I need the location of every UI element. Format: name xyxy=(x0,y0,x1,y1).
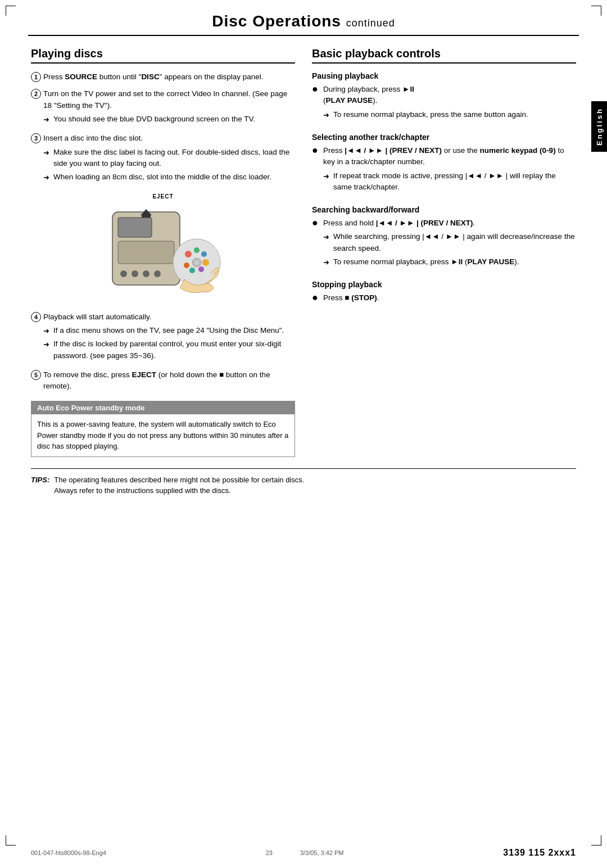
step-5-content: To remove the disc, press EJECT (or hold… xyxy=(43,369,295,392)
disc-illustration: EJECT xyxy=(101,193,225,304)
tips-section: TIPS: The operating features described h… xyxy=(31,468,576,496)
arrow-icon: ➜ xyxy=(43,114,51,125)
track-arrow-1-text: If repeat track mode is active, pressing… xyxy=(333,170,576,193)
searching-text: Press and hold |◄◄ / ►► | (PREV / NEXT).… xyxy=(323,218,576,270)
right-column: Basic playback controls Pausing playback… xyxy=(312,47,576,457)
searching-title: Searching backward/forward xyxy=(312,205,576,214)
searching-section: Searching backward/forward ● Press and h… xyxy=(312,205,576,270)
eco-power-body: This is a power-saving feature, the syst… xyxy=(31,414,295,456)
track-arrow-1: ➜ If repeat track mode is active, pressi… xyxy=(323,170,576,193)
disc-player-svg xyxy=(101,201,225,302)
footer-page-number: 23 3/3/05, 3:42 PM xyxy=(266,849,344,856)
step-1-content: Press SOURCE button until "DISC" appears… xyxy=(43,71,295,83)
step-1: 1 Press SOURCE button until "DISC" appea… xyxy=(31,71,295,83)
step-1-number: 1 xyxy=(31,72,41,82)
track-chapter-text: Press |◄◄ / ►► | (PREV / NEXT) or use th… xyxy=(323,145,576,195)
tips-line-2: Always refer to the instructions supplie… xyxy=(54,485,304,496)
searching-arrow-2: ➜ To resume normal playback, press ►II (… xyxy=(323,256,576,268)
searching-arrow-1-text: While searching, pressing |◄◄ / ►► | aga… xyxy=(333,231,576,254)
corner-mark-bl xyxy=(6,835,16,846)
svg-point-18 xyxy=(194,260,199,265)
pausing-arrow-1-text: To resume normal playback, press the sam… xyxy=(333,109,528,120)
language-side-tab: English xyxy=(591,101,607,152)
svg-point-15 xyxy=(198,266,204,272)
step-4-content: Playback will start automatically. ➜ If … xyxy=(43,311,295,364)
svg-point-5 xyxy=(143,270,150,277)
corner-mark-tl xyxy=(6,6,16,16)
page-title: Disc Operations continued xyxy=(62,12,545,30)
basic-playback-heading: Basic playback controls xyxy=(312,47,576,64)
stopping-title: Stopping playback xyxy=(312,280,576,289)
arrow-icon: ➜ xyxy=(43,172,51,183)
step-4-arrow-2-text: If the disc is locked by parental contro… xyxy=(53,338,295,361)
pausing-playback-text: During playback, press ►II(PLAY PAUSE). … xyxy=(323,84,576,123)
stopping-bullet: ● Press ■ (STOP). xyxy=(312,292,576,304)
playing-discs-heading: Playing discs xyxy=(31,47,295,64)
step-3-arrow-1: ➜ Make sure the disc label is facing out… xyxy=(43,147,295,170)
step-3-arrow-2: ➜ When loading an 8cm disc, slot into th… xyxy=(43,171,295,183)
step-3-arrow-2-text: When loading an 8cm disc, slot into the … xyxy=(53,171,271,183)
bullet-dot: ● xyxy=(312,145,321,155)
bullet-dot: ● xyxy=(312,84,321,94)
bullet-dot: ● xyxy=(312,292,321,302)
track-chapter-section: Selecting another track/chapter ● Press … xyxy=(312,133,576,195)
step-2-number: 2 xyxy=(31,89,41,99)
corner-mark-br xyxy=(591,835,601,846)
step-3-number: 3 xyxy=(31,133,41,143)
svg-point-17 xyxy=(184,263,189,268)
svg-point-14 xyxy=(202,259,209,266)
page-header: Disc Operations continued xyxy=(28,0,579,36)
pausing-playback-title: Pausing playback xyxy=(312,71,576,80)
step-5: 5 To remove the disc, press EJECT (or ho… xyxy=(31,369,295,392)
svg-rect-2 xyxy=(118,241,174,264)
disc-illustration-area: EJECT xyxy=(31,193,295,304)
arrow-icon: ➜ xyxy=(43,326,51,337)
svg-point-3 xyxy=(120,270,127,277)
track-chapter-title: Selecting another track/chapter xyxy=(312,133,576,142)
searching-arrow-1: ➜ While searching, pressing |◄◄ / ►► | a… xyxy=(323,231,576,254)
track-chapter-bullet: ● Press |◄◄ / ►► | (PREV / NEXT) or use … xyxy=(312,145,576,195)
eco-power-title: Auto Eco Power standby mode xyxy=(31,401,295,414)
step-3-arrow-1-text: Make sure the disc label is facing out. … xyxy=(53,147,295,170)
svg-point-12 xyxy=(194,247,200,253)
arrow-icon: ➜ xyxy=(323,232,331,243)
step-4: 4 Playback will start automatically. ➜ I… xyxy=(31,311,295,364)
svg-point-11 xyxy=(185,251,192,257)
footer-left: 001-047-hts8000s-98-Eng4 xyxy=(31,849,106,856)
step-5-number: 5 xyxy=(31,370,41,380)
left-column: Playing discs 1 Press SOURCE button unti… xyxy=(31,47,295,457)
step-2-arrow-1-text: You should see the blue DVD background s… xyxy=(53,114,255,125)
pausing-arrow-1: ➜ To resume normal playback, press the s… xyxy=(323,109,576,121)
pausing-playback-bullet: ● During playback, press ►II(PLAY PAUSE)… xyxy=(312,84,576,123)
svg-rect-8 xyxy=(142,215,151,218)
arrow-icon: ➜ xyxy=(323,257,331,268)
main-content: Playing discs 1 Press SOURCE button unti… xyxy=(0,36,607,457)
arrow-icon: ➜ xyxy=(43,339,51,350)
svg-point-4 xyxy=(132,270,138,277)
bullet-dot: ● xyxy=(312,218,321,228)
step-3-content: Insert a disc into the disc slot. ➜ Make… xyxy=(43,133,295,185)
corner-mark-tr xyxy=(591,6,601,16)
searching-arrow-2-text: To resume normal playback, press ►II (PL… xyxy=(333,256,519,268)
svg-point-16 xyxy=(189,268,195,273)
arrow-icon: ➜ xyxy=(323,171,331,182)
step-4-arrow-2: ➜ If the disc is locked by parental cont… xyxy=(43,338,295,361)
arrow-icon: ➜ xyxy=(323,110,331,121)
tips-content: The operating features described here mi… xyxy=(54,474,304,496)
svg-rect-1 xyxy=(118,218,152,237)
step-2-arrow-1: ➜ You should see the blue DVD background… xyxy=(43,114,295,125)
stopping-section: Stopping playback ● Press ■ (STOP). xyxy=(312,280,576,304)
arrow-icon: ➜ xyxy=(43,147,51,159)
page-footer: 001-047-hts8000s-98-Eng4 23 3/3/05, 3:42… xyxy=(31,848,576,858)
step-2: 2 Turn on the TV power and set to the co… xyxy=(31,88,295,127)
step-4-number: 4 xyxy=(31,312,41,322)
tips-line-1: The operating features described here mi… xyxy=(54,474,304,486)
step-4-arrow-1-text: If a disc menu shows on the TV, see page… xyxy=(53,325,284,336)
svg-point-13 xyxy=(201,251,207,257)
eject-label: EJECT xyxy=(101,193,225,200)
step-3: 3 Insert a disc into the disc slot. ➜ Ma… xyxy=(31,133,295,185)
pausing-playback-section: Pausing playback ● During playback, pres… xyxy=(312,71,576,123)
footer-product: 3139 115 2xxx1 xyxy=(503,848,576,858)
svg-point-6 xyxy=(154,270,161,277)
step-2-content: Turn on the TV power and set to the corr… xyxy=(43,88,295,127)
